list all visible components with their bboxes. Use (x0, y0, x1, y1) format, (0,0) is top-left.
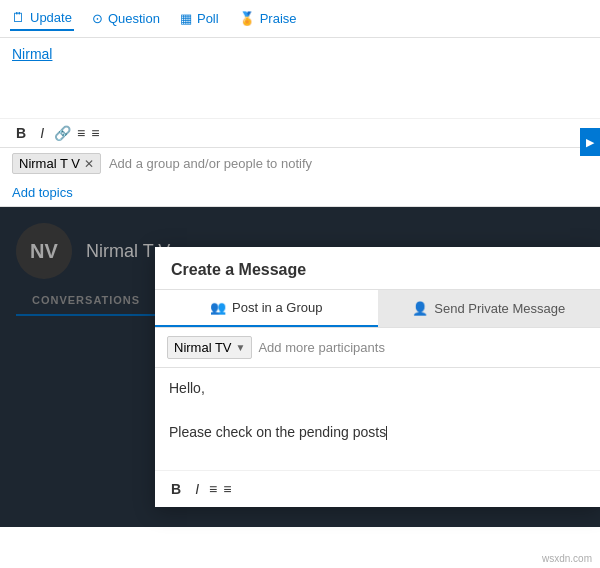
modal-bold-button[interactable]: B (167, 479, 185, 499)
bold-button[interactable]: B (12, 123, 30, 143)
tab-praise-label: Praise (260, 11, 297, 26)
tag-chip-close-icon[interactable]: ✕ (84, 157, 94, 171)
tab-update[interactable]: 🗒 Update (10, 6, 74, 31)
modal-tabs: 👥 Post in a Group 👤 Send Private Message (155, 290, 600, 328)
person-icon: 👤 (412, 301, 428, 316)
add-participants-placeholder[interactable]: Add more participants (258, 340, 384, 355)
tab-poll[interactable]: ▦ Poll (178, 7, 221, 30)
tag-chip: Nirmal T V ✕ (12, 153, 101, 174)
post-tabs: 🗒 Update ⊙ Question ▦ Poll 🏅 Praise (0, 0, 600, 38)
tab-post-in-group-label: Post in a Group (232, 300, 322, 315)
poll-icon: ▦ (180, 11, 192, 26)
watermark: wsxdn.com (542, 553, 592, 564)
tab-update-label: Update (30, 10, 72, 25)
post-content: Nirmal (12, 46, 52, 62)
message-text-3: Please check on the pending posts (169, 424, 386, 440)
modal-overlay: Create a Message 👥 Post in a Group 👤 Sen… (0, 207, 600, 527)
post-editor: 🗒 Update ⊙ Question ▦ Poll 🏅 Praise Nirm… (0, 0, 600, 207)
modal-body[interactable]: Hello, Please check on the pending posts (155, 368, 600, 470)
update-icon: 🗒 (12, 10, 25, 25)
participant-name: Nirmal TV (174, 340, 232, 355)
ordered-list-icon[interactable]: ≡ (77, 125, 85, 141)
italic-button[interactable]: I (36, 123, 48, 143)
add-topics-link[interactable]: Add topics (0, 179, 600, 206)
tab-send-private-message[interactable]: 👤 Send Private Message (378, 290, 601, 327)
expand-icon[interactable]: ▶ (580, 128, 600, 156)
notify-placeholder[interactable]: Add a group and/or people to notify (109, 156, 312, 171)
post-formatting-bar: B I 🔗 ≡ ≡ ▶ (0, 118, 600, 147)
tag-chip-label: Nirmal T V (19, 156, 80, 171)
message-line-3: Please check on the pending posts (169, 424, 586, 440)
text-cursor (386, 426, 387, 440)
link-icon[interactable]: 🔗 (54, 125, 71, 141)
dropdown-icon[interactable]: ▼ (236, 342, 246, 353)
tab-question-label: Question (108, 11, 160, 26)
modal-unordered-list-icon[interactable]: ≡ (223, 481, 231, 497)
tab-question[interactable]: ⊙ Question (90, 7, 162, 30)
modal-formatting-bar: B I ≡ ≡ (155, 470, 600, 507)
tab-send-private-message-label: Send Private Message (434, 301, 565, 316)
question-icon: ⊙ (92, 11, 103, 26)
unordered-list-icon[interactable]: ≡ (91, 125, 99, 141)
message-line-1: Hello, (169, 380, 586, 396)
tab-post-in-group[interactable]: 👥 Post in a Group (155, 290, 378, 327)
create-message-modal: Create a Message 👥 Post in a Group 👤 Sen… (155, 247, 600, 507)
modal-italic-button[interactable]: I (191, 479, 203, 499)
modal-title: Create a Message (155, 247, 600, 290)
praise-icon: 🏅 (239, 11, 255, 26)
post-text-area[interactable]: Nirmal (0, 38, 600, 118)
background-panel: NV Nirmal T V CONVERSATIONS Create a Mes… (0, 207, 600, 527)
tab-praise[interactable]: 🏅 Praise (237, 7, 299, 30)
tab-poll-label: Poll (197, 11, 219, 26)
notify-bar: Nirmal T V ✕ Add a group and/or people t… (0, 147, 600, 179)
message-line-2 (169, 402, 586, 418)
modal-ordered-list-icon[interactable]: ≡ (209, 481, 217, 497)
group-icon: 👥 (210, 300, 226, 315)
participant-chip: Nirmal TV ▼ (167, 336, 252, 359)
modal-participants-bar: Nirmal TV ▼ Add more participants (155, 328, 600, 368)
